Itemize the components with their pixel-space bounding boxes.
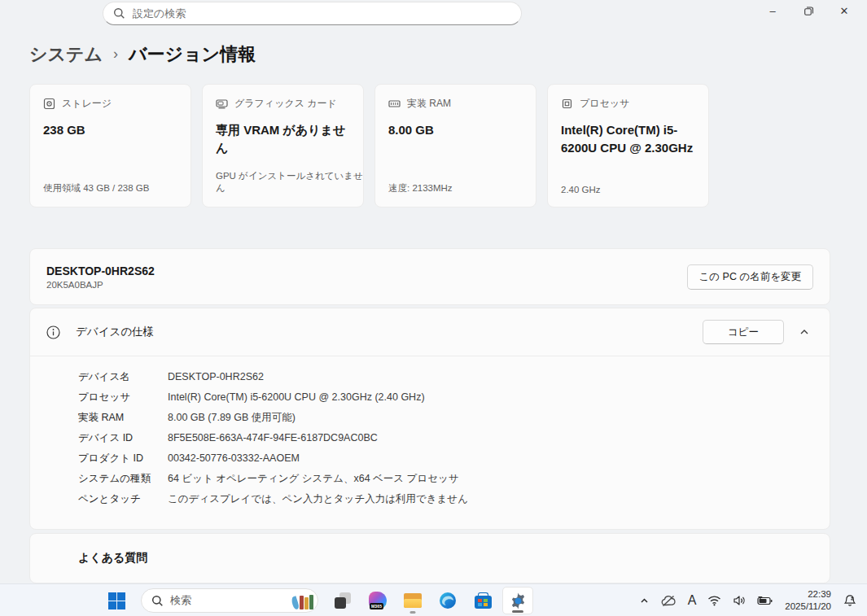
ram-icon xyxy=(388,98,401,110)
notification-bell-icon[interactable] xyxy=(839,588,860,614)
card-label: 実装 RAM xyxy=(407,97,451,111)
spec-label: システムの種類 xyxy=(78,469,168,489)
storage-card: ストレージ 238 GB 使用領域 43 GB / 238 GB xyxy=(29,84,191,208)
copy-button[interactable]: コピー xyxy=(703,320,784,344)
card-value: Intel(R) Core(TM) i5-6200U CPU @ 2.30GHz xyxy=(561,121,695,157)
spec-label: デバイス名 xyxy=(78,367,168,387)
taskbar-center: 検索 M365 xyxy=(101,584,533,616)
device-specs-expander-header[interactable]: デバイスの仕様 コピー xyxy=(30,308,830,356)
spec-value: 00342-50776-03332-AAOEM xyxy=(168,448,300,469)
search-icon xyxy=(113,7,125,20)
clock-time: 22:39 xyxy=(785,588,831,601)
settings-gear-icon xyxy=(509,592,528,610)
titlebar: 設定の検索 – ✕ xyxy=(0,0,867,28)
summary-cards: ストレージ 238 GB 使用領域 43 GB / 238 GB グラフィックス… xyxy=(29,84,709,208)
processor-card: プロセッサ Intel(R) Core(TM) i5-6200U CPU @ 2… xyxy=(547,84,709,208)
spec-row: システムの種類 64 ビット オペレーティング システム、x64 ベース プロセ… xyxy=(78,469,813,489)
running-indicator xyxy=(512,610,523,613)
ram-card: 実装 RAM 8.00 GB 速度: 2133MHz xyxy=(374,84,536,208)
device-name-panel: DESKTOP-0HR2S62 20K5A0BAJP この PC の名前を変更 xyxy=(29,248,830,305)
faq-title: よくある質問 xyxy=(78,551,147,566)
spec-value: 64 ビット オペレーティング システム、x64 ベース プロセッサ xyxy=(168,469,459,489)
task-view-button[interactable] xyxy=(327,587,358,614)
restore-button[interactable] xyxy=(790,0,826,21)
clock-date: 2025/11/20 xyxy=(785,601,831,613)
rename-pc-button[interactable]: この PC の名前を変更 xyxy=(687,264,813,290)
edge-button[interactable] xyxy=(432,587,463,614)
spec-label: デバイス ID xyxy=(78,428,168,448)
spec-label: プロセッサ xyxy=(78,387,168,408)
ime-mode-label: A xyxy=(688,593,697,608)
start-button[interactable] xyxy=(101,587,132,614)
taskbar-search[interactable]: 検索 xyxy=(141,588,318,613)
ime-mode-indicator[interactable]: A xyxy=(684,588,701,614)
spec-value: このディスプレイでは、ペン入力とタッチ入力は利用できません xyxy=(168,489,468,509)
card-value: 8.00 GB xyxy=(388,121,523,139)
settings-button[interactable] xyxy=(502,587,533,614)
search-icon xyxy=(151,595,164,607)
spec-row: デバイス名 DESKTOP-0HR2S62 xyxy=(78,367,813,387)
device-name: DESKTOP-0HR2S62 xyxy=(46,264,155,277)
graphics-card-icon xyxy=(216,98,228,110)
search-highlight-doodle-icon xyxy=(292,592,313,609)
m365-copilot-button[interactable]: M365 xyxy=(362,587,393,614)
faq-panel[interactable]: よくある質問 xyxy=(29,533,830,583)
battery-charging-icon[interactable] xyxy=(753,588,777,614)
card-footer: 使用領域 43 GB / 238 GB xyxy=(43,182,149,194)
card-value: 238 GB xyxy=(43,121,177,139)
spec-row: プロセッサ Intel(R) Core(TM) i5-6200U CPU @ 2… xyxy=(78,387,813,408)
settings-search-placeholder: 設定の検索 xyxy=(133,7,186,21)
info-icon xyxy=(46,325,60,339)
card-value: 専用 VRAM がありません xyxy=(216,121,350,157)
volume-icon[interactable] xyxy=(729,588,750,614)
m365-copilot-icon: M365 xyxy=(369,592,387,609)
spec-value: Intel(R) Core(TM) i5-6200U CPU @ 2.30GHz… xyxy=(168,387,425,408)
device-specs-title: デバイスの仕様 xyxy=(76,325,154,339)
graphics-card: グラフィックス カード 専用 VRAM がありません GPU がインストールされ… xyxy=(202,84,364,208)
system-tray: A xyxy=(635,584,860,616)
edge-icon xyxy=(439,592,457,609)
spec-value: 8F5E508E-663A-474F-94FE-6187DC9AC0BC xyxy=(168,428,378,448)
storage-icon xyxy=(43,98,55,110)
spec-row: プロダクト ID 00342-50776-03332-AAOEM xyxy=(78,448,813,469)
minimize-button[interactable]: – xyxy=(755,0,790,21)
microsoft-store-button[interactable] xyxy=(467,587,498,614)
taskbar-search-placeholder: 検索 xyxy=(170,593,191,608)
device-specs-table: デバイス名 DESKTOP-0HR2S62 プロセッサ Intel(R) Cor… xyxy=(30,356,830,509)
spec-value: DESKTOP-0HR2S62 xyxy=(168,367,264,387)
windows-logo-icon xyxy=(108,592,125,609)
breadcrumb-separator-icon: › xyxy=(113,46,118,63)
clock[interactable]: 22:39 2025/11/20 xyxy=(780,588,836,613)
close-button[interactable]: ✕ xyxy=(826,0,862,21)
file-explorer-icon xyxy=(404,593,422,608)
spec-label: ペンとタッチ xyxy=(78,489,168,509)
breadcrumb: システム › バージョン情報 xyxy=(29,42,256,67)
card-label: ストレージ xyxy=(62,97,112,111)
device-name-block: DESKTOP-0HR2S62 20K5A0BAJP xyxy=(46,264,155,290)
spec-row: ペンとタッチ このディスプレイでは、ペン入力とタッチ入力は利用できません xyxy=(78,489,813,509)
task-view-icon xyxy=(335,592,351,609)
onedrive-offline-icon[interactable] xyxy=(657,588,681,614)
device-model: 20K5A0BAJP xyxy=(46,280,155,290)
file-explorer-button[interactable] xyxy=(397,587,428,614)
card-footer: 2.40 GHz xyxy=(561,185,601,194)
caption-buttons: – ✕ xyxy=(755,0,862,21)
card-label: プロセッサ xyxy=(580,97,629,111)
spec-label: プロダクト ID xyxy=(78,448,168,469)
microsoft-store-icon xyxy=(475,592,492,609)
device-specs-panel: デバイスの仕様 コピー デバイス名 DESKTOP-0HR2S62 プロセッサ … xyxy=(29,308,830,530)
wifi-icon[interactable] xyxy=(703,588,725,614)
settings-search-input[interactable]: 設定の検索 xyxy=(103,2,522,25)
tray-chevron-up-icon[interactable] xyxy=(635,588,654,614)
card-label: グラフィックス カード xyxy=(234,97,337,111)
chevron-up-icon[interactable] xyxy=(799,326,810,338)
taskbar: 検索 M365 xyxy=(0,583,867,616)
breadcrumb-system[interactable]: システム xyxy=(29,42,103,67)
cpu-icon xyxy=(561,98,573,110)
spec-row: デバイス ID 8F5E508E-663A-474F-94FE-6187DC9A… xyxy=(78,428,813,448)
card-footer: GPU がインストールされていません xyxy=(216,170,363,194)
running-indicator xyxy=(410,611,416,614)
card-footer: 速度: 2133MHz xyxy=(388,182,453,194)
spec-value: 8.00 GB (7.89 GB 使用可能) xyxy=(168,408,296,428)
page-title: バージョン情報 xyxy=(129,42,256,67)
